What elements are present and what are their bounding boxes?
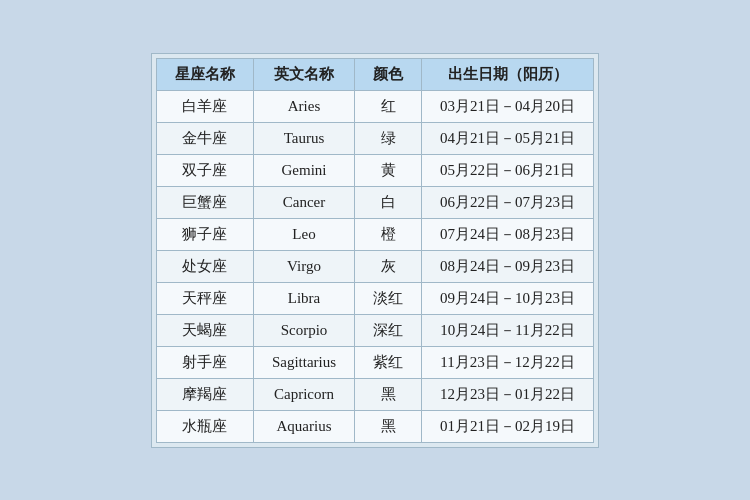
cell-color: 绿 [355,122,422,154]
cell-dates: 09月24日－10月23日 [422,282,594,314]
header-color: 颜色 [355,58,422,90]
cell-english-name: Libra [253,282,354,314]
cell-english-name: Scorpio [253,314,354,346]
table-row: 摩羯座Capricorn黑12月23日－01月22日 [156,378,593,410]
cell-chinese-name: 金牛座 [156,122,253,154]
table-body: 白羊座Aries红03月21日－04月20日金牛座Taurus绿04月21日－0… [156,90,593,442]
cell-english-name: Leo [253,218,354,250]
cell-chinese-name: 射手座 [156,346,253,378]
table-row: 狮子座Leo橙07月24日－08月23日 [156,218,593,250]
cell-chinese-name: 双子座 [156,154,253,186]
cell-dates: 08月24日－09月23日 [422,250,594,282]
cell-english-name: Capricorn [253,378,354,410]
cell-color: 橙 [355,218,422,250]
cell-english-name: Cancer [253,186,354,218]
table-row: 天秤座Libra淡红09月24日－10月23日 [156,282,593,314]
zodiac-table-container: 星座名称 英文名称 颜色 出生日期（阳历） 白羊座Aries红03月21日－04… [151,53,599,448]
cell-english-name: Gemini [253,154,354,186]
cell-dates: 12月23日－01月22日 [422,378,594,410]
cell-dates: 10月24日－11月22日 [422,314,594,346]
cell-chinese-name: 处女座 [156,250,253,282]
table-row: 天蝎座Scorpio深红10月24日－11月22日 [156,314,593,346]
cell-color: 深红 [355,314,422,346]
cell-english-name: Sagittarius [253,346,354,378]
table-row: 双子座Gemini黄05月22日－06月21日 [156,154,593,186]
cell-chinese-name: 巨蟹座 [156,186,253,218]
cell-chinese-name: 白羊座 [156,90,253,122]
cell-color: 淡红 [355,282,422,314]
cell-color: 黑 [355,410,422,442]
table-row: 金牛座Taurus绿04月21日－05月21日 [156,122,593,154]
cell-chinese-name: 水瓶座 [156,410,253,442]
table-row: 白羊座Aries红03月21日－04月20日 [156,90,593,122]
cell-chinese-name: 天秤座 [156,282,253,314]
cell-color: 灰 [355,250,422,282]
cell-english-name: Taurus [253,122,354,154]
table-row: 巨蟹座Cancer白06月22日－07月23日 [156,186,593,218]
table-row: 处女座Virgo灰08月24日－09月23日 [156,250,593,282]
cell-english-name: Aries [253,90,354,122]
cell-dates: 07月24日－08月23日 [422,218,594,250]
cell-dates: 11月23日－12月22日 [422,346,594,378]
cell-dates: 01月21日－02月19日 [422,410,594,442]
cell-dates: 05月22日－06月21日 [422,154,594,186]
cell-english-name: Aquarius [253,410,354,442]
cell-dates: 04月21日－05月21日 [422,122,594,154]
cell-chinese-name: 狮子座 [156,218,253,250]
zodiac-table: 星座名称 英文名称 颜色 出生日期（阳历） 白羊座Aries红03月21日－04… [156,58,594,443]
header-chinese-name: 星座名称 [156,58,253,90]
header-english-name: 英文名称 [253,58,354,90]
cell-chinese-name: 摩羯座 [156,378,253,410]
cell-chinese-name: 天蝎座 [156,314,253,346]
table-header-row: 星座名称 英文名称 颜色 出生日期（阳历） [156,58,593,90]
cell-dates: 06月22日－07月23日 [422,186,594,218]
cell-color: 紫红 [355,346,422,378]
table-row: 水瓶座Aquarius黑01月21日－02月19日 [156,410,593,442]
cell-dates: 03月21日－04月20日 [422,90,594,122]
table-row: 射手座Sagittarius紫红11月23日－12月22日 [156,346,593,378]
cell-english-name: Virgo [253,250,354,282]
cell-color: 黑 [355,378,422,410]
cell-color: 黄 [355,154,422,186]
cell-color: 红 [355,90,422,122]
cell-color: 白 [355,186,422,218]
header-dates: 出生日期（阳历） [422,58,594,90]
